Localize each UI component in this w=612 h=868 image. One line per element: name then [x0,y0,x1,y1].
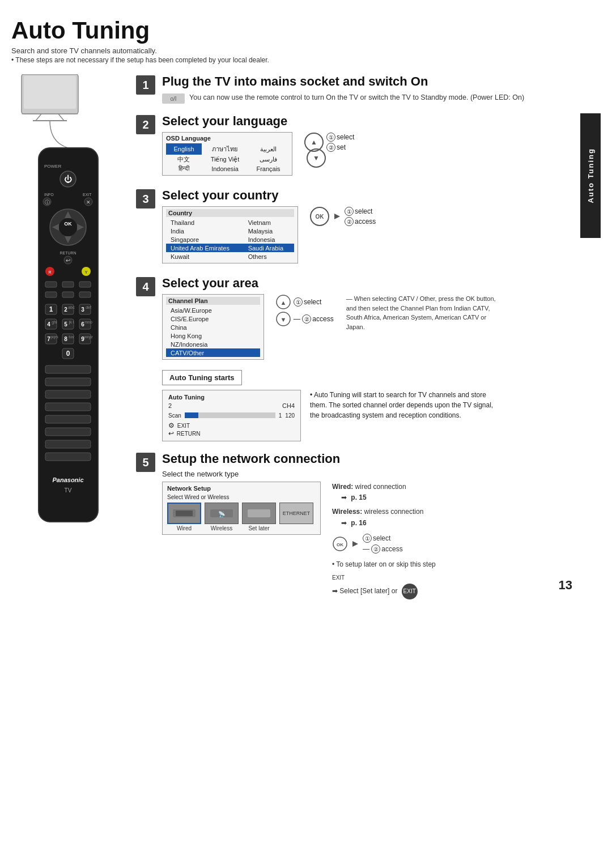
svg-text:Panasonic: Panasonic [52,476,83,483]
step-5-badge: 5 [136,453,155,472]
country-uae[interactable]: United Arab Emirates [166,244,244,252]
ns-wireless-img: 📡 [205,503,239,524]
ns-wired-option[interactable]: Wired [167,503,201,531]
at-bottom-controls: ⚙ EXIT ↩ RETURN [168,422,295,437]
svg-line-3 [36,114,41,121]
svg-text:8: 8 [64,336,67,342]
step5-instr-1: ①select [363,533,403,544]
svg-text:mno: mno [84,320,92,324]
subtitle1: Search and store TV channels automatical… [11,46,601,55]
lang-chinese[interactable]: 中文 [166,155,202,164]
svg-text:OK: OK [316,214,325,220]
svg-text:▲: ▲ [311,138,317,146]
svg-marker-80 [334,214,340,219]
auto-tuning-note: • Auto Tuning will start to search for T… [310,390,497,420]
ns-wireless-label: Wireless [211,525,232,531]
page-number: 13 [559,578,572,593]
area-cis[interactable]: CIS/E.Europe [166,314,260,323]
svg-text:tuv: tuv [69,335,74,339]
svg-text:OK: OK [337,542,343,547]
wireless-page: p. 16 [351,519,366,527]
step4-nav: ▲ ①select ▼ — [275,294,334,327]
lang-indonesian[interactable]: Indonesia [202,164,248,173]
at-row1: 2 CH4 [168,402,295,409]
country-vietnam[interactable]: Vietnam [244,218,294,227]
country-row-india[interactable]: India Malaysia [166,227,294,235]
step-1-heading: Plug the TV into mains socket and switch… [162,74,572,89]
lang-thai[interactable]: ภาษาไทย [202,143,248,155]
country-kuwait[interactable]: Kuwait [166,252,244,261]
svg-rect-67 [45,403,91,411]
country-indonesia[interactable]: Indonesia [244,235,294,244]
exit-badge[interactable]: EXIT [402,584,418,599]
at-row1-ch: CH4 [282,402,295,409]
country-row-thailand[interactable]: Thailand Vietnam [166,218,294,227]
country-thailand[interactable]: Thailand [166,218,244,227]
step-4-content: Select your area Channel Plan Asia/W.Eur… [162,276,572,441]
country-row-kuwait[interactable]: Kuwait Others [166,252,294,261]
svg-text:↩: ↩ [66,257,70,263]
exit-label-text: EXIT [332,575,345,581]
lang-english[interactable]: English [166,143,202,155]
country-saudi[interactable]: Saudi Arabia [244,244,294,252]
svg-rect-1 [24,76,76,109]
step3-instructions: ①select ②access [345,207,376,226]
area-hongkong[interactable]: Hong Kong [166,331,260,340]
ns-setlater-label: Set later [248,525,269,531]
step-1-body-text: You can now use the remote control to tu… [189,93,524,101]
area-china[interactable]: China [166,323,260,331]
at-progress-bar [185,412,275,418]
country-singapore[interactable]: Singapore [166,235,244,244]
country-table-wrapper: Country Thailand Vietnam India Malaysia [162,206,298,266]
ok-button-step3: OK [309,206,330,227]
remote-image: POWER ⏻ INFO EXIT ⓘ ✕ OK [16,74,121,541]
wireless-arrow: ➡ [341,519,347,527]
svg-text:def: def [86,305,91,309]
lang-vietnamese[interactable]: Tiếng Việt [202,155,248,164]
step-5-content: Setup the network connection Select the … [162,452,572,599]
main-layout: POWER ⏻ INFO EXIT ⓘ ✕ OK [11,74,601,610]
remote-column: POWER ⏻ INFO EXIT ⓘ ✕ OK [11,74,125,610]
svg-rect-70 [45,440,91,448]
wired-note: Wired: wired connection ➡ p. 15 [332,482,436,503]
country-row-singapore[interactable]: Singapore Indonesia [166,235,294,244]
channel-header: Channel Plan [166,297,260,305]
step-1-text: You can now use the remote control to tu… [189,92,524,103]
lang-hindi[interactable]: हिन्दी [166,164,202,173]
area-nz[interactable]: NZ/Indonesia [166,340,260,348]
country-india[interactable]: India [166,227,244,235]
step-5-heading: Setup the network connection [162,452,572,466]
svg-rect-31 [62,282,74,287]
ns-setlater-option[interactable]: Set later [242,503,276,531]
step-4-badge: 4 [136,277,155,296]
lang-arabic[interactable]: العربية [248,143,288,155]
svg-rect-35 [79,292,91,297]
area-catv[interactable]: CATV/Other [166,348,260,357]
area-asia[interactable]: Asia/W.Europe [166,306,260,314]
step5-sublabel: Select the network type [162,470,572,478]
lang-french[interactable]: Français [248,164,288,173]
power-icon: o/I [162,93,185,104]
ok-step5: OK [332,536,348,552]
lang-persian[interactable]: فارسی [248,155,288,164]
step2-instr-2: ②set [326,143,354,152]
step2-instr-1: ①select [326,133,354,142]
wired-arrow: ➡ [341,493,347,501]
step-3-content: Select your country Country Thailand Vie… [162,188,572,266]
country-row-uae[interactable]: United Arab Emirates Saudi Arabia [166,244,294,252]
ns-wireless-option[interactable]: 📡 Wireless [205,503,239,531]
svg-text:wxyz: wxyz [83,335,93,339]
wired-page: p. 15 [351,493,366,501]
steps-column: 1 Plug the TV into mains socket and swit… [125,74,601,610]
svg-text:3: 3 [81,307,84,313]
step-1-badge: 1 [136,75,155,95]
power-label: o/I [170,96,176,102]
country-malaysia[interactable]: Malaysia [244,227,294,235]
step-2-row: OSD Language English ภาษาไทย العربية 中文 [162,132,572,178]
step3-instr-1: ①select [345,207,376,216]
step4-instr-2: — ②access [294,314,334,324]
page-title: Auto Tuning [11,17,601,44]
country-others[interactable]: Others [244,252,294,261]
ns-wired-img [167,503,201,524]
svg-text:jk l: jk l [68,320,74,325]
